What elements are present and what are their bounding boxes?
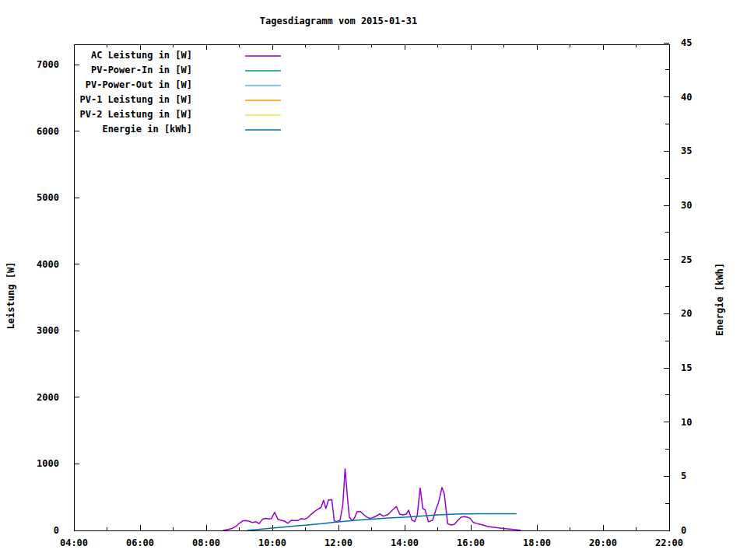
y-left-tick-label: 5000: [37, 192, 59, 203]
y-right-tick-label: 5: [681, 471, 686, 481]
x-tick-label: 12:00: [324, 537, 352, 548]
x-tick-label: 22:00: [655, 537, 683, 548]
x-tick-label: 14:00: [391, 537, 419, 548]
series-line: [223, 469, 521, 530]
x-tick-label: 18:00: [523, 537, 551, 548]
y-left-tick-label: 4000: [37, 259, 59, 270]
x-tick-label: 04:00: [60, 537, 88, 548]
y-left-tick-label: 0: [54, 525, 59, 536]
chart-title: Tagesdiagramm vom 2015-01-31: [183, 16, 494, 26]
y-left-tick-label: 1000: [37, 458, 59, 469]
y-right-tick-label: 40: [681, 92, 692, 103]
y-right-tick-label: 35: [681, 145, 692, 156]
legend-label: Energie in [kWh]: [102, 124, 192, 135]
legend-label: AC Leistung in [W]: [91, 50, 192, 61]
x-tick-label: 20:00: [589, 537, 617, 548]
x-tick-label: 08:00: [192, 537, 220, 548]
y-right-tick-label: 0: [681, 525, 686, 536]
legend-label: PV-2 Leistung in [W]: [80, 109, 193, 120]
y-left-tick-label: 7000: [37, 59, 59, 70]
series-line: [247, 513, 516, 530]
y-right-tick-label: 45: [681, 37, 692, 48]
legend-label: PV-Power-In in [W]: [91, 65, 192, 75]
y-right-tick-label: 10: [681, 417, 692, 428]
legend-label: PV-Power-Out in [W]: [86, 79, 192, 90]
y-left-tick-label: 6000: [37, 126, 59, 137]
y-right-tick-label: 20: [681, 308, 692, 319]
plot-area: 04:0006:0008:0010:0012:0014:0016:0018:00…: [0, 0, 747, 560]
x-tick-label: 10:00: [258, 537, 286, 548]
y-axis-label-right: Energie [kWh]: [714, 214, 725, 385]
y-right-tick-label: 25: [681, 254, 692, 265]
legend-label: PV-1 Leistung in [W]: [80, 94, 193, 105]
y-axis-label-left: Leistung [W]: [5, 210, 16, 381]
y-left-tick-label: 2000: [37, 392, 59, 403]
y-right-tick-label: 15: [681, 362, 692, 373]
x-tick-label: 16:00: [457, 537, 485, 548]
y-right-tick-label: 30: [681, 200, 692, 211]
chart-canvas: 04:0006:0008:0010:0012:0014:0016:0018:00…: [0, 0, 747, 560]
y-left-tick-label: 3000: [37, 325, 59, 336]
x-tick-label: 06:00: [126, 537, 154, 548]
